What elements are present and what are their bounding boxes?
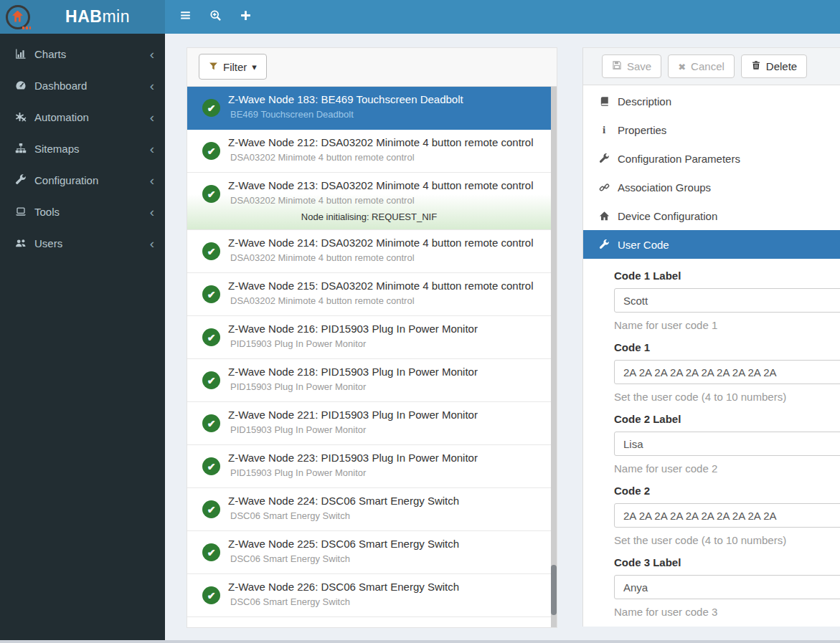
- node-subtitle: BE469 Touchscreen Deadbolt: [230, 109, 354, 120]
- filter-button[interactable]: Filter ▾: [199, 54, 267, 80]
- node-title: Z-Wave Node 221: PID15903 Plug In Power …: [228, 409, 478, 421]
- check-circle-icon: ✔: [202, 414, 220, 432]
- page-bottom-edge: [0, 640, 840, 643]
- chevron-left-icon: ‹: [150, 205, 154, 219]
- node-row[interactable]: ✔Z-Wave Node 221: PID15903 Plug In Power…: [187, 402, 551, 445]
- search-button[interactable]: [200, 0, 230, 34]
- check-circle-icon: ✔: [202, 99, 220, 117]
- node-subtitle: DSA03202 Minimote 4 button remote contro…: [230, 295, 415, 306]
- section-association-groups[interactable]: Association Groups: [583, 173, 840, 201]
- home-icon: [598, 210, 610, 222]
- check-circle-icon: ✔: [202, 457, 220, 475]
- sidebar-item-sitemaps[interactable]: Sitemaps‹: [0, 133, 165, 164]
- node-title: Z-Wave Node 225: DSC06 Smart Energy Swit…: [228, 538, 459, 550]
- navbar-actions: [165, 0, 260, 34]
- gears-icon: [14, 111, 27, 123]
- field-label: Code 2: [614, 485, 840, 497]
- field-help-text: Set the user code (4 to 10 numbers): [614, 391, 840, 403]
- check-circle-icon: ✔: [202, 285, 220, 303]
- section-description[interactable]: Description: [583, 87, 840, 115]
- sidebar-item-tools[interactable]: Tools‹: [0, 196, 165, 227]
- field-input-code-2[interactable]: [614, 503, 840, 528]
- wrench-icon: [598, 153, 610, 164]
- brand-logo[interactable]: HABmin: [0, 0, 165, 34]
- section-label: Properties: [618, 124, 666, 136]
- sidebar-item-configuration[interactable]: Configuration‹: [0, 164, 165, 196]
- save-button[interactable]: Save: [602, 54, 661, 78]
- chevron-left-icon: ‹: [150, 79, 154, 92]
- node-row[interactable]: ✔Z-Wave Node 212: DSA03202 Minimote 4 bu…: [187, 130, 551, 173]
- sidebar-item-dashboard[interactable]: Dashboard‹: [0, 70, 165, 101]
- node-title: Z-Wave Node 215: DSA03202 Minimote 4 but…: [228, 280, 534, 292]
- node-subtitle: DSA03202 Minimote 4 button remote contro…: [230, 195, 415, 206]
- chevron-left-icon: ‹: [150, 173, 154, 187]
- user-code-form: Code 1 LabelName for user code 1Code 1Se…: [583, 259, 840, 627]
- node-row[interactable]: ✔Z-Wave Node 218: PID15903 Plug In Power…: [187, 359, 551, 402]
- field-input-code-1-label[interactable]: [614, 288, 840, 313]
- field-help-text: Name for user code 2: [614, 462, 840, 475]
- sidebar-item-users[interactable]: Users‹: [0, 227, 165, 259]
- field-input-code-3-label[interactable]: [614, 575, 840, 599]
- field-label: Code 1 Label: [614, 270, 840, 282]
- chevron-left-icon: ‹: [150, 237, 154, 250]
- delete-button[interactable]: Delete: [741, 54, 807, 78]
- node-title: Z-Wave Node 212: DSA03202 Minimote 4 but…: [228, 136, 534, 148]
- sidebar-item-label: Sitemaps: [34, 143, 150, 155]
- node-list: ✔Z-Wave Node 183: BE469 Touchscreen Dead…: [187, 87, 551, 627]
- hamburger-icon: [179, 9, 192, 24]
- node-subtitle: DSC06 Smart Energy Switch: [230, 596, 350, 607]
- field-input-code-2-label[interactable]: [614, 432, 840, 456]
- sidebar-item-label: Tools: [34, 206, 150, 218]
- node-list-panel: Filter ▾ ✔Z-Wave Node 183: BE469 Touchsc…: [187, 47, 557, 628]
- field-input-code-1[interactable]: [614, 360, 840, 384]
- wrench-icon: [14, 174, 27, 186]
- node-row[interactable]: ✔Z-Wave Node 226: DSC06 Smart Energy Swi…: [187, 574, 551, 617]
- users-icon: [14, 237, 27, 249]
- node-row[interactable]: ✔Z-Wave Node 216: PID15903 Plug In Power…: [187, 316, 551, 359]
- node-title: Z-Wave Node 224: DSC06 Smart Energy Swit…: [228, 495, 459, 507]
- section-properties[interactable]: iProperties: [583, 115, 840, 144]
- section-label: Configuration Parameters: [618, 153, 740, 165]
- sidebar-item-label: Dashboard: [34, 80, 150, 92]
- bar-chart-icon: [14, 48, 27, 60]
- detail-sections: DescriptioniPropertiesConfiguration Para…: [583, 85, 840, 259]
- node-row[interactable]: ✔Z-Wave Node 213: DSA03202 Minimote 4 bu…: [187, 173, 551, 230]
- node-title: Z-Wave Node 226: DSC06 Smart Energy Swit…: [228, 581, 459, 593]
- node-row-partial[interactable]: [187, 617, 551, 627]
- node-subtitle: DSA03202 Minimote 4 button remote contro…: [230, 252, 415, 263]
- node-row[interactable]: ✔Z-Wave Node 224: DSC06 Smart Energy Swi…: [187, 488, 551, 531]
- node-row[interactable]: ✔Z-Wave Node 214: DSA03202 Minimote 4 bu…: [187, 230, 551, 273]
- section-device-configuration[interactable]: Device Configuration: [583, 201, 840, 230]
- node-row[interactable]: ✔Z-Wave Node 215: DSA03202 Minimote 4 bu…: [187, 273, 551, 316]
- node-row[interactable]: ✔Z-Wave Node 183: BE469 Touchscreen Dead…: [187, 87, 551, 130]
- node-title: Z-Wave Node 223: PID15903 Plug In Power …: [228, 452, 478, 464]
- chevron-left-icon: ‹: [150, 47, 154, 61]
- sidebar-item-charts[interactable]: Charts‹: [0, 38, 165, 70]
- check-circle-icon: ✔: [202, 371, 220, 389]
- openhab-logo-icon: [6, 5, 30, 29]
- check-circle-icon: ✔: [202, 586, 220, 604]
- plus-icon: [240, 9, 252, 24]
- floppy-icon: [612, 60, 622, 72]
- hamburger-menu-button[interactable]: [170, 0, 200, 34]
- gauge-icon: [14, 80, 27, 92]
- node-subtitle: DSC06 Smart Energy Switch: [230, 553, 350, 564]
- section-user-code[interactable]: User Code: [583, 230, 840, 259]
- trash-icon: [751, 60, 761, 72]
- field-help-text: Name for user code 1: [614, 319, 840, 331]
- detail-toolbar: Save✖CancelDelete: [583, 48, 840, 85]
- sidebar-item-automation[interactable]: Automation‹: [0, 101, 165, 133]
- cancel-button[interactable]: ✖Cancel: [668, 54, 735, 78]
- link-icon: [598, 181, 610, 193]
- add-button[interactable]: [230, 0, 260, 34]
- button-label: Cancel: [691, 60, 725, 72]
- check-circle-icon: ✔: [202, 500, 220, 518]
- form-group: Code 1Set the user code (4 to 10 numbers…: [614, 341, 840, 403]
- node-row[interactable]: ✔Z-Wave Node 223: PID15903 Plug In Power…: [187, 445, 551, 488]
- section-configuration-parameters[interactable]: Configuration Parameters: [583, 144, 840, 173]
- node-list-scrollbar[interactable]: [551, 87, 557, 627]
- app-title: HABmin: [30, 7, 165, 27]
- node-row[interactable]: ✔Z-Wave Node 225: DSC06 Smart Energy Swi…: [187, 531, 551, 574]
- form-group: Code 2 LabelName for user code 2: [614, 413, 840, 475]
- scrollbar-thumb[interactable]: [551, 565, 557, 615]
